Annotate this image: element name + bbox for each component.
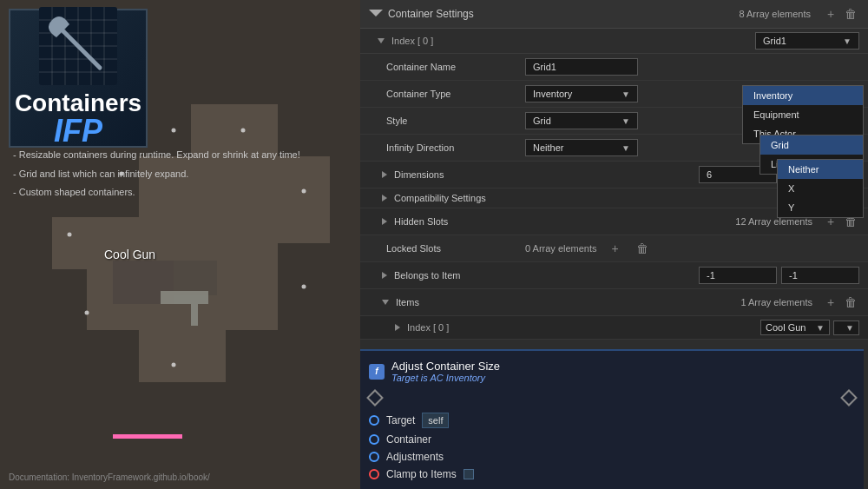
infinity-x-option[interactable]: X [778,179,863,198]
belongs-y-input[interactable] [781,267,859,284]
bp-target-label: Target [386,414,415,426]
locked-slots-count: 0 Array elements [525,243,597,254]
bp-clamp-circle [369,469,379,479]
belongs-to-item-row[interactable]: Belongs to Item [360,262,868,289]
items-sub-row: Index [ 0 ] Cool Gun ▼ ▼ [360,316,868,340]
collapse-container-settings-btn[interactable] [369,10,383,21]
container-type-equipment-option[interactable]: Equipment [743,105,863,124]
bp-title: Adjust Container Size [391,360,500,373]
bp-container-circle [369,434,379,445]
items-sub-collapse-icon [395,324,400,331]
items-sub-arrow-dropdown[interactable]: ▼ [833,320,859,335]
index-collapse-btn[interactable] [378,38,385,43]
bp-adjustments-row: Adjustments [369,451,855,463]
bp-props: Target self Container Adjustments Clamp … [369,413,855,480]
items-add-btn[interactable]: + [822,294,839,311]
svg-rect-13 [191,304,198,326]
items-sub-label: Index [ 0 ] [407,322,760,333]
svg-rect-3 [174,261,217,295]
bp-pin-left[interactable] [366,389,384,406]
bp-target-row: Target self [369,413,855,428]
infinity-menu: Neither X Y [777,159,864,218]
container-type-label: Container Type [386,89,525,99]
container-name-label: Container Name [386,62,525,72]
locked-slots-row: Locked Slots 0 Array elements + 🗑 [360,235,868,262]
container-name-row: Container Name [360,54,868,81]
index-label: Index [ 0 ] [391,36,755,46]
items-count: 1 Array elements [740,297,812,307]
infinity-neither-option[interactable]: Neither [778,160,863,179]
infinity-y-option[interactable]: Y [778,198,863,217]
svg-point-7 [241,129,246,133]
bp-clamp-checkbox[interactable] [464,469,474,479]
locked-slots-delete-btn[interactable]: 🗑 [634,240,651,257]
bp-pins [369,387,855,408]
bp-target-value[interactable]: self [422,413,449,428]
container-type-inventory-option[interactable]: Inventory [743,86,863,105]
items-index-dropdown[interactable]: Cool Gun ▼ [760,320,830,335]
belongs-collapse-icon [382,272,387,279]
array-count-badge: 8 Array elements [739,9,811,19]
dimensions-collapse-icon [382,171,387,178]
svg-point-11 [172,363,176,367]
index-dropdown[interactable]: Grid1 ▼ [755,32,859,50]
locked-slots-add-btn[interactable]: + [607,240,624,257]
container-settings-title: Container Settings [388,8,739,20]
hidden-slots-collapse-icon [382,218,387,225]
infinity-direction-dropdown[interactable]: Neither ▼ [525,139,638,156]
items-delete-btn[interactable]: 🗑 [842,294,859,311]
bp-adjustments-circle [369,452,379,462]
svg-rect-14 [113,434,182,439]
container-settings-header: Container Settings 8 Array elements + 🗑 [360,0,868,29]
items-collapse-icon [382,300,389,305]
style-dropdown[interactable]: Grid ▼ [525,112,638,129]
svg-point-10 [85,311,89,315]
left-panel: Containers IFP - Resizable containers du… [0,0,360,489]
bp-container-row: Container [369,433,855,446]
svg-point-8 [302,189,306,194]
svg-point-9 [302,285,306,289]
items-label: Items [396,297,740,307]
infinity-direction-label: Infinity Direction [386,142,525,153]
bp-clamp-label: Clamp to Items [386,468,457,480]
delete-array-btn[interactable]: 🗑 [842,5,859,23]
items-row[interactable]: Items 1 Array elements + 🗑 [360,289,868,316]
style-label: Style [386,116,525,126]
locked-slots-label: Locked Slots [386,243,525,254]
container-type-dropdown[interactable]: Inventory ▼ [525,85,638,102]
hidden-slots-label: Hidden Slots [394,216,735,227]
container-name-input[interactable] [525,58,638,76]
right-panel: Container Settings 8 Array elements + 🗑 … [360,0,868,489]
doc-link[interactable]: Documentation: InventoryFramework.github… [9,472,210,482]
belongs-label: Belongs to Item [394,270,699,281]
dimensions-label: Dimensions [394,169,699,180]
add-array-btn[interactable]: + [822,5,839,23]
belongs-x-input[interactable] [699,267,777,284]
svg-point-4 [68,233,72,237]
bp-adjustments-label: Adjustments [386,451,444,463]
bp-clamp-row: Clamp to Items [369,468,855,480]
map-location-label: Cool Gun [104,248,155,261]
style-grid-option[interactable]: Grid [760,135,863,155]
index-row: Index [ 0 ] Grid1 ▼ [360,29,868,54]
svg-point-6 [172,129,176,133]
bp-container-label: Container [386,433,431,446]
feature-list: - Resizable containers during runtime. E… [13,148,300,204]
blueprint-panel: f Adjust Container Size Target is AC Inv… [360,349,864,489]
bp-subtitle: Target is AC Inventory [391,373,500,383]
svg-rect-12 [161,291,208,304]
logo-ifp: IFP [54,113,102,149]
bp-func-icon: f [369,364,385,380]
compatibility-collapse-icon [382,195,387,202]
logo-area: Containers IFP [9,9,148,148]
bp-target-circle [369,415,379,426]
bp-pin-right[interactable] [840,389,858,406]
bp-header: f Adjust Container Size Target is AC Inv… [369,360,855,383]
